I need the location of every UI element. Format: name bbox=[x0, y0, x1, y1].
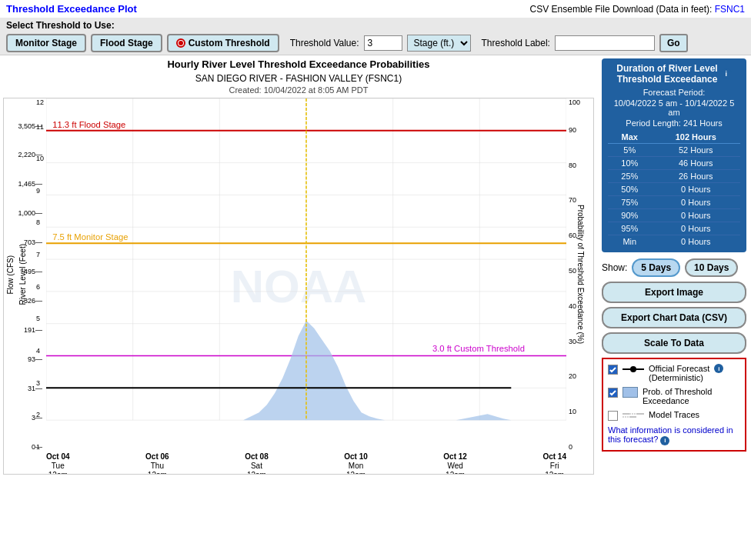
go-button[interactable]: Go bbox=[659, 34, 688, 52]
forecast-info-icon[interactable]: i bbox=[714, 364, 723, 373]
threshold-label-text: Threshold Label: bbox=[482, 38, 550, 48]
what-info-icon[interactable]: i bbox=[660, 436, 669, 445]
right-panel: Duration of River LevelThreshold Exceeda… bbox=[597, 58, 751, 492]
duration-row: 75%0 Hours bbox=[608, 196, 740, 209]
duration-hours: 52 Hours bbox=[652, 144, 740, 157]
x-tick-oct14: Oct 14Fri12am bbox=[542, 452, 566, 475]
duration-pct: 90% bbox=[608, 209, 652, 222]
custom-threshold-label: Custom Threshold bbox=[189, 38, 270, 48]
10days-button[interactable]: 10 Days bbox=[685, 258, 738, 277]
duration-pct: 5% bbox=[608, 144, 652, 157]
duration-row: 25%26 Hours bbox=[608, 170, 740, 183]
duration-row: Min0 Hours bbox=[608, 235, 740, 248]
x-axis-ticks: Oct 04Tue12am Oct 06Thu12am Oct 08Sat12a… bbox=[46, 451, 566, 474]
what-info: What information is considered in this f… bbox=[608, 425, 740, 445]
x-tick-oct10: Oct 10Mon12am bbox=[344, 452, 368, 475]
duration-pct: Min bbox=[608, 235, 652, 248]
y-axis-river-level: 1 2 3 4 5 6 7 8 9 10 11 12 bbox=[36, 98, 46, 451]
duration-box: Duration of River LevelThreshold Exceeda… bbox=[602, 58, 746, 252]
export-csv-button[interactable]: Export Chart Data (CSV) bbox=[602, 307, 746, 328]
duration-info-icon[interactable]: i bbox=[721, 68, 732, 79]
duration-row: 95%0 Hours bbox=[608, 222, 740, 235]
chart-area: Hourly River Level Threshold Exceedance … bbox=[0, 58, 597, 492]
prob-color-box bbox=[622, 387, 638, 398]
duration-pct: 75% bbox=[608, 196, 652, 209]
duration-period: Period Length: 241 Hours bbox=[608, 118, 740, 128]
5days-button[interactable]: 5 Days bbox=[632, 258, 680, 277]
y-axis-ticks-right: 0 10 20 30 40 50 60 70 80 90 100 bbox=[569, 98, 590, 451]
duration-row: 50%0 Hours bbox=[608, 183, 740, 196]
what-info-text[interactable]: What information is considered in this f… bbox=[608, 425, 733, 444]
csv-link[interactable]: FSNC1 bbox=[715, 4, 745, 15]
duration-hours: 0 Hours bbox=[652, 196, 740, 209]
duration-row: 90%0 Hours bbox=[608, 209, 740, 222]
chart-title: Hourly River Level Threshold Exceedance … bbox=[3, 58, 594, 72]
x-tick-oct04: Oct 04Tue12am bbox=[46, 452, 70, 475]
duration-hours: 0 Hours bbox=[652, 183, 740, 196]
threshold-value-input[interactable] bbox=[364, 35, 402, 51]
threshold-value-label: Threshold Value: bbox=[290, 38, 359, 48]
show-label: Show: bbox=[602, 262, 627, 273]
threshold-select-bar: Select Threshold to Use: Monitor Stage F… bbox=[0, 18, 751, 55]
duration-table: Max 102 Hours 5%52 Hours10%46 Hours25%26… bbox=[608, 131, 740, 248]
chart-subtitle: SAN DIEGO RIVER - FASHION VALLEY (FSNC1) bbox=[3, 73, 594, 84]
custom-threshold-button[interactable]: Custom Threshold bbox=[167, 34, 279, 52]
duration-title: Duration of River LevelThreshold Exceeda… bbox=[608, 63, 740, 85]
csv-label: CSV Ensemble File Download (Data in feet… bbox=[530, 4, 713, 15]
duration-forecast-label: Forecast Period: bbox=[608, 88, 740, 97]
duration-col-header1: Max bbox=[608, 131, 652, 144]
legend-item-traces: Model Traces bbox=[608, 410, 740, 421]
page-header: Threshold Exceedance Plot CSV Ensemble F… bbox=[0, 0, 751, 18]
duration-pct: 25% bbox=[608, 170, 652, 183]
forecast-label: Official Forecast(Deterministic) bbox=[649, 364, 709, 382]
monitor-stage-button[interactable]: Monitor Stage bbox=[6, 34, 86, 52]
prob-checkbox[interactable] bbox=[608, 388, 618, 398]
page-title: Threshold Exceedance Plot bbox=[6, 3, 137, 15]
svg-point-27 bbox=[630, 366, 636, 372]
forecast-line-icon bbox=[622, 364, 644, 375]
export-image-button[interactable]: Export Image bbox=[602, 282, 746, 303]
duration-row: 5%52 Hours bbox=[608, 144, 740, 157]
flood-stage-button[interactable]: Flood Stage bbox=[91, 34, 162, 52]
show-days: Show: 5 Days 10 Days bbox=[602, 258, 746, 277]
chart-created: Created: 10/04/2022 at 8:05 AM PDT bbox=[3, 85, 594, 95]
legend-box: Official Forecast(Deterministic) i Prob.… bbox=[602, 358, 746, 452]
csv-download-area: CSV Ensemble File Download (Data in feet… bbox=[530, 4, 745, 15]
chart-container: NOAA bbox=[3, 98, 594, 475]
x-tick-oct08: Oct 08Sat12am bbox=[245, 452, 269, 475]
chart-svg: 11.3 ft Flood Stage 7.5 ft Monitor Stage… bbox=[46, 98, 566, 451]
duration-hours: 0 Hours bbox=[652, 235, 740, 248]
custom-radio-dot bbox=[176, 38, 185, 48]
x-tick-oct12: Oct 12Wed12am bbox=[443, 452, 467, 475]
threshold-row: Monitor Stage Flood Stage Custom Thresho… bbox=[6, 34, 745, 52]
duration-forecast-dates: 10/04/2022 5 am - 10/14/2022 5 am bbox=[608, 98, 740, 117]
traces-checkbox[interactable] bbox=[608, 411, 618, 421]
svg-text:3.0 ft Custom Threshold: 3.0 ft Custom Threshold bbox=[432, 344, 525, 353]
duration-pct: 10% bbox=[608, 157, 652, 170]
svg-text:11.3 ft Flood Stage: 11.3 ft Flood Stage bbox=[52, 120, 125, 129]
threshold-select-label: Select Threshold to Use: bbox=[6, 20, 745, 31]
forecast-checkbox[interactable] bbox=[608, 365, 618, 375]
duration-col-header2: 102 Hours bbox=[652, 131, 740, 144]
traces-label: Model Traces bbox=[649, 410, 699, 419]
duration-hours: 0 Hours bbox=[652, 222, 740, 235]
x-tick-oct06: Oct 06Thu12am bbox=[145, 452, 169, 475]
duration-hours: 0 Hours bbox=[652, 209, 740, 222]
svg-text:7.5 ft Monitor Stage: 7.5 ft Monitor Stage bbox=[52, 232, 128, 242]
threshold-label-input[interactable] bbox=[555, 35, 655, 51]
stage-select[interactable]: Stage (ft.) bbox=[407, 35, 471, 52]
duration-hours: 46 Hours bbox=[652, 157, 740, 170]
duration-pct: 50% bbox=[608, 183, 652, 196]
prob-label: Prob. of ThresholdExceedance bbox=[643, 387, 712, 405]
main-content: Hourly River Level Threshold Exceedance … bbox=[0, 55, 751, 495]
legend-item-forecast: Official Forecast(Deterministic) i bbox=[608, 364, 740, 382]
duration-pct: 95% bbox=[608, 222, 652, 235]
duration-hours: 26 Hours bbox=[652, 170, 740, 183]
duration-row: 10%46 Hours bbox=[608, 157, 740, 170]
scale-to-data-button[interactable]: Scale To Data bbox=[602, 332, 746, 354]
legend-item-prob: Prob. of ThresholdExceedance bbox=[608, 387, 740, 405]
